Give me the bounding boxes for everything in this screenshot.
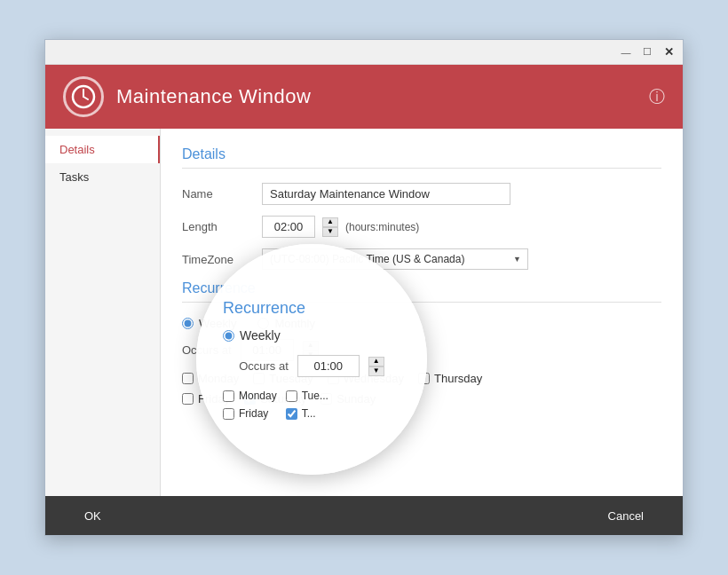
length-spinner: ▲ ▼ bbox=[322, 217, 338, 237]
info-icon[interactable]: ⓘ bbox=[649, 86, 665, 107]
mag-days-grid: Monday Tue... Friday T... bbox=[214, 390, 339, 420]
length-down-button[interactable]: ▼ bbox=[322, 227, 338, 237]
length-input[interactable] bbox=[262, 216, 315, 238]
mag-weekly-radio[interactable] bbox=[223, 330, 234, 342]
mag-t-checkbox[interactable] bbox=[286, 408, 297, 420]
monday-checkbox[interactable] bbox=[182, 373, 194, 384]
friday-checkbox[interactable] bbox=[182, 393, 194, 405]
window-controls: — ☐ ✕ bbox=[619, 45, 676, 59]
clock-icon bbox=[71, 84, 96, 109]
mag-day-t[interactable]: T... bbox=[286, 407, 340, 420]
dialog-header: Maintenance Window ⓘ bbox=[45, 65, 683, 129]
content-area: Details Tasks Details Name Length ▲ bbox=[45, 129, 683, 496]
mag-day-monday[interactable]: Monday bbox=[223, 390, 277, 402]
mag-radio-row: Weekly bbox=[214, 328, 281, 343]
name-input[interactable] bbox=[262, 183, 510, 205]
mag-up-button[interactable]: ▲ bbox=[368, 357, 384, 366]
mag-monday-checkbox[interactable] bbox=[223, 390, 234, 402]
mag-weekly-label: Weekly bbox=[240, 328, 281, 343]
mag-occurs-input[interactable] bbox=[297, 355, 360, 377]
sidebar-item-details[interactable]: Details bbox=[45, 136, 160, 163]
name-label: Name bbox=[182, 187, 262, 201]
length-up-button[interactable]: ▲ bbox=[322, 217, 338, 227]
mag-title: Recurrence bbox=[214, 299, 305, 318]
length-group: ▲ ▼ (hours:minutes) bbox=[262, 216, 419, 238]
mag-occurs-row: Occurs at ▲ ▼ bbox=[239, 355, 384, 377]
maximize-button[interactable]: ☐ bbox=[640, 45, 654, 59]
main-window: — ☐ ✕ Maintenance Window ⓘ Details bbox=[44, 39, 684, 536]
weekly-radio[interactable] bbox=[182, 318, 194, 329]
details-section-title: Details bbox=[182, 146, 661, 169]
clock-icon-container bbox=[63, 76, 104, 117]
mag-occurs-label: Occurs at bbox=[239, 359, 289, 373]
minimize-button[interactable]: — bbox=[619, 45, 633, 59]
mag-day-tuesday[interactable]: Tue... bbox=[286, 390, 340, 402]
header-title: Maintenance Window bbox=[116, 85, 311, 108]
sidebar-item-tasks[interactable]: Tasks bbox=[45, 163, 160, 191]
main-content: Details Name Length ▲ ▼ (hours:minutes) bbox=[161, 129, 683, 496]
length-label: Length bbox=[182, 220, 262, 233]
mag-friday-checkbox[interactable] bbox=[223, 408, 234, 420]
close-button[interactable]: ✕ bbox=[661, 45, 676, 59]
length-hint: (hours:minutes) bbox=[345, 221, 419, 233]
mag-down-button[interactable]: ▼ bbox=[368, 366, 384, 376]
header-left: Maintenance Window bbox=[63, 76, 311, 117]
sidebar: Details Tasks bbox=[45, 129, 161, 496]
name-row: Name bbox=[182, 183, 661, 205]
ok-button[interactable]: OK bbox=[63, 504, 123, 528]
length-row: Length ▲ ▼ (hours:minutes) bbox=[182, 216, 661, 238]
magnify-overlay: Recurrence Weekly Occurs at ▲ ▼ bbox=[196, 244, 427, 475]
svg-line-2 bbox=[83, 97, 88, 99]
cancel-button[interactable]: Cancel bbox=[587, 504, 665, 528]
day-thursday[interactable]: Thursday bbox=[418, 372, 482, 385]
mag-day-friday[interactable]: Friday bbox=[223, 407, 277, 420]
mag-tuesday-checkbox[interactable] bbox=[286, 390, 297, 402]
bottom-bar: OK Cancel bbox=[45, 496, 683, 535]
mag-spinner: ▲ ▼ bbox=[368, 357, 384, 376]
title-bar: — ☐ ✕ bbox=[45, 40, 683, 65]
